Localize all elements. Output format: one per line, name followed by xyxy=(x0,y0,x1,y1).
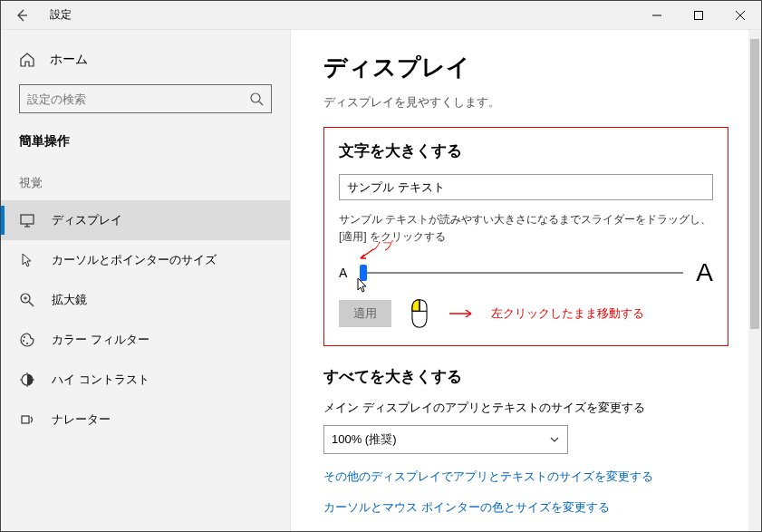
home-nav[interactable]: ホーム xyxy=(1,46,290,84)
link-cursor-color[interactable]: カーソルとマウス ポインターの色とサイズを変更する xyxy=(323,499,728,516)
sidebar-item-magnifier[interactable]: 拡大鏡 xyxy=(1,280,290,320)
svg-line-11 xyxy=(29,302,34,306)
back-button[interactable] xyxy=(1,1,43,30)
sidebar-item-label: カラー フィルター xyxy=(52,332,150,348)
scale-selected-value: 100% (推奨) xyxy=(332,431,397,448)
sidebar-item-label: 拡大鏡 xyxy=(52,292,87,308)
svg-rect-2 xyxy=(695,11,703,19)
slider-helper-text: サンプル テキストが読みやすい大きさになるまでスライダーをドラッグし、[適用] … xyxy=(339,211,713,246)
drag-arrow-icon xyxy=(448,308,475,319)
titlebar: 設定 xyxy=(1,1,761,30)
close-button[interactable] xyxy=(719,1,761,30)
scrollbar[interactable] xyxy=(748,30,761,531)
svg-rect-7 xyxy=(21,215,34,224)
sidebar-item-label: カーソルとポインターのサイズ xyxy=(52,252,217,268)
window-title: 設定 xyxy=(43,7,72,23)
svg-line-6 xyxy=(259,102,263,105)
minimize-button[interactable] xyxy=(636,1,678,30)
svg-point-5 xyxy=(251,93,260,102)
window-controls xyxy=(636,1,761,30)
scale-heading: すべてを大きくする xyxy=(323,366,728,387)
sample-text-input[interactable] xyxy=(339,174,713,200)
svg-point-15 xyxy=(23,340,24,342)
sidebar-item-label: ナレーター xyxy=(52,411,111,428)
apply-button[interactable]: 適用 xyxy=(339,300,391,327)
sidebar-item-color-filter[interactable]: カラー フィルター xyxy=(1,320,290,360)
minimize-icon xyxy=(651,10,662,21)
sidebar: ホーム 簡単操作 視覚 ディスプレイ カーソルとポインターのサイズ xyxy=(1,30,291,531)
sidebar-item-label: ハイ コントラスト xyxy=(52,372,150,388)
home-icon xyxy=(19,52,35,68)
scale-select[interactable]: 100% (推奨) xyxy=(323,425,568,454)
chevron-down-icon xyxy=(549,434,560,445)
mouse-cursor-icon xyxy=(356,277,369,294)
sidebar-item-cursor[interactable]: カーソルとポインターのサイズ xyxy=(1,240,290,280)
drag-annotation-label: 左クリックしたまま移動する xyxy=(491,305,644,322)
narrator-icon xyxy=(19,411,35,428)
group-visual-label: 視覚 xyxy=(1,162,290,200)
maximize-button[interactable] xyxy=(678,1,719,30)
page-subtitle: ディスプレイを見やすくします。 xyxy=(323,94,728,111)
close-icon xyxy=(735,10,746,21)
slider-max-label: A xyxy=(696,258,713,287)
link-other-displays[interactable]: その他のディスプレイでアプリとテキストのサイズを変更する xyxy=(323,469,728,485)
search-box[interactable] xyxy=(19,84,272,113)
scale-label: メイン ディスプレイのアプリとテキストのサイズを変更する xyxy=(323,400,728,416)
annotation-box: 文字を大きくする サンプル テキストが読みやすい大きさになるまでスライダーをドラ… xyxy=(323,127,728,346)
search-icon xyxy=(249,92,264,106)
page-title: ディスプレイ xyxy=(323,52,728,83)
section-title: 簡単操作 xyxy=(1,133,290,162)
home-label: ホーム xyxy=(50,52,88,68)
monitor-icon xyxy=(19,212,35,228)
sidebar-item-label: ディスプレイ xyxy=(52,212,122,228)
contrast-icon xyxy=(19,372,35,388)
content-area: ディスプレイ ディスプレイを見やすくします。 文字を大きくする サンプル テキス… xyxy=(291,30,761,531)
palette-icon xyxy=(19,332,35,348)
mouse-illustration-icon xyxy=(408,298,431,329)
maximize-icon xyxy=(693,10,704,21)
arrow-left-icon xyxy=(14,8,29,23)
text-size-heading: 文字を大きくする xyxy=(339,140,713,161)
slider-track[interactable] xyxy=(360,272,683,274)
knob-annotation-arrow-icon xyxy=(357,247,375,262)
text-size-slider[interactable]: ノブ A A xyxy=(339,258,713,287)
cursor-icon xyxy=(19,252,35,268)
scrollbar-thumb[interactable] xyxy=(750,39,759,329)
search-input[interactable] xyxy=(27,92,249,106)
svg-rect-22 xyxy=(22,416,29,423)
magnifier-icon xyxy=(19,292,35,308)
settings-window: 設定 ホーム 簡単操作 xyxy=(0,0,762,532)
apply-row: 適用 左クリックしたまま移動する xyxy=(339,298,713,329)
slider-min-label: A xyxy=(339,266,347,280)
svg-point-16 xyxy=(26,343,28,344)
svg-point-14 xyxy=(24,336,25,338)
sidebar-item-narrator[interactable]: ナレーター xyxy=(1,400,290,440)
sidebar-item-display[interactable]: ディスプレイ xyxy=(1,200,290,240)
sidebar-item-high-contrast[interactable]: ハイ コントラスト xyxy=(1,360,290,400)
